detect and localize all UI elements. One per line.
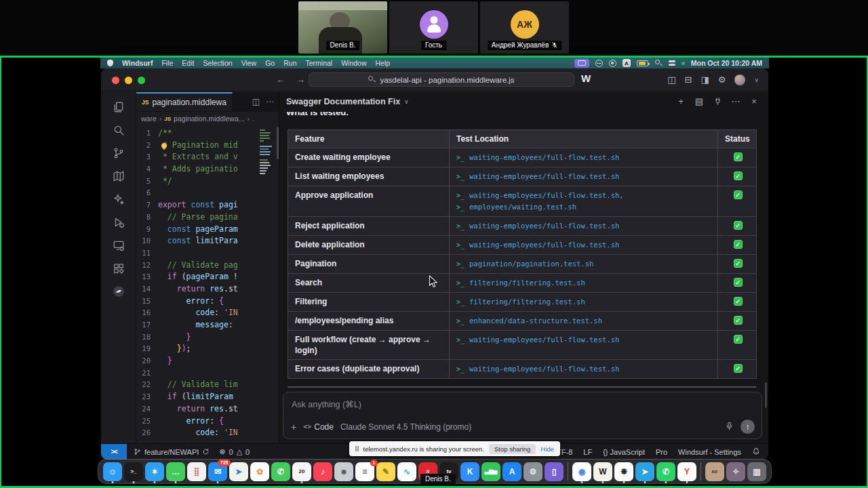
dock-photo-preview[interactable]: ✧ <box>726 462 745 481</box>
test-location-line[interactable]: >_employees/waiting.test.sh <box>456 201 711 213</box>
test-location-line[interactable]: >_waiting-employees/full-flow.test.sh <box>456 171 711 182</box>
dock-whatsapp[interactable]: ✆ <box>656 462 675 481</box>
test-location-line[interactable]: >_waiting-employees/full-flow.test.sh <box>456 239 711 251</box>
menu-item-windsurf[interactable]: Windsurf <box>122 59 153 67</box>
status-item-pro[interactable]: Pro <box>656 448 667 456</box>
dock-notes[interactable]: ✎ <box>376 462 395 481</box>
status-item-lf[interactable]: LF <box>583 448 592 456</box>
dock-yandex-browser[interactable]: Y <box>677 462 696 481</box>
search-icon[interactable] <box>113 124 125 136</box>
account-icon[interactable] <box>609 60 616 67</box>
account-avatar[interactable] <box>734 75 745 85</box>
remote-indicator[interactable]: >< <box>101 444 127 460</box>
test-location-line[interactable]: >_waiting-employees/full-flow.test.sh <box>456 152 711 163</box>
dock-safari[interactable]: ✶ <box>145 462 164 481</box>
dock-music[interactable]: ♪ <box>313 462 332 481</box>
status-item-windsurf-settings[interactable]: Windsurf - Settings <box>678 448 741 456</box>
maximize-window-button[interactable] <box>138 77 145 84</box>
command-center-search[interactable]: yasdelal-api - pagination.middleware.js <box>309 73 574 87</box>
split-rows-icon[interactable]: ⊟ <box>685 75 692 85</box>
mode-selector[interactable]: <> Code <box>303 422 334 432</box>
menu-item-go[interactable]: Go <box>265 59 275 67</box>
problems-item[interactable]: ⊗ 0 △ 0 <box>219 447 250 456</box>
code-editor[interactable]: 1/**2 * Pagination mid3 * Extracts and v… <box>136 125 279 443</box>
dock-purple-device-app[interactable]: ▯ <box>545 462 564 481</box>
dock-trash[interactable]: ▥ <box>747 462 766 481</box>
close-icon[interactable]: × <box>749 97 759 106</box>
dock-mail[interactable]: ✉735 <box>208 462 227 481</box>
participant-tile[interactable]: Гость <box>389 1 478 54</box>
hide-link[interactable]: Hide <box>540 445 554 453</box>
dock-reminders[interactable]: ≡1 <box>355 462 374 481</box>
test-location-line[interactable]: >_waiting-employees/full-flow.test.sh <box>456 363 711 375</box>
test-location-line[interactable]: >_filtering/filtering.test.sh <box>456 296 711 308</box>
test-location-line[interactable]: >_waiting-employees/full-flow.test.sh, <box>456 190 711 201</box>
clipboard-icon[interactable]: ▤ <box>694 97 704 106</box>
model-selector[interactable]: Claude Sonnet 4.5 Thinking (promo) <box>340 422 471 432</box>
split-editor-icon[interactable]: ◫ <box>252 97 260 106</box>
control-center-icon[interactable] <box>669 60 675 66</box>
minimap[interactable] <box>258 128 277 188</box>
menu-item-file[interactable]: File <box>161 59 173 67</box>
dock-maps[interactable]: ➤ <box>229 462 248 481</box>
test-location-line[interactable]: >_pagination/pagination.test.sh <box>456 258 711 270</box>
menu-item-selection[interactable]: Selection <box>203 59 232 67</box>
dock-stocks-bars[interactable]: ▃▆▅ <box>481 462 500 481</box>
dock-dictionary-ae[interactable]: ae <box>705 462 724 481</box>
dock-freeform[interactable]: ∿ <box>397 462 416 481</box>
tab-pagination-middleware[interactable]: JS pagination.middlewa <box>136 92 233 111</box>
menu-item-window[interactable]: Window <box>341 59 366 67</box>
dock-terminal[interactable]: >_ <box>124 462 143 481</box>
menu-item-help[interactable]: Help <box>376 59 391 67</box>
lightbulb-icon[interactable] <box>161 143 167 148</box>
dock-windsurf[interactable]: W <box>593 462 612 481</box>
git-branch-item[interactable]: feature/NEWAPI <box>134 448 210 456</box>
settings-gear-icon[interactable]: ⚙ <box>718 75 726 85</box>
bell-icon[interactable] <box>752 447 760 457</box>
explorer-icon[interactable] <box>113 101 125 113</box>
dock-chatgpt[interactable]: ❋ <box>614 462 633 481</box>
menu-item-view[interactable]: View <box>241 59 257 67</box>
apple-menu-icon[interactable] <box>107 60 113 66</box>
dock-telegram[interactable]: ➤ <box>635 462 654 481</box>
dock-facetime[interactable]: ✆ <box>271 462 290 481</box>
ask-anything-input[interactable]: Ask anything (⌘L) + <> Code Claude Sonne… <box>283 392 762 439</box>
spotlight-search-icon[interactable] <box>654 59 663 67</box>
more-actions-icon[interactable]: ⋯ <box>266 97 274 106</box>
extensions-icon[interactable] <box>113 262 125 274</box>
dock-calendar[interactable]: 20 <box>292 462 311 481</box>
more-icon[interactable]: ⋯ <box>731 97 741 106</box>
remote-map-icon[interactable] <box>113 170 125 182</box>
status-item--javascript[interactable]: {} JavaScript <box>603 448 645 456</box>
globe-icon[interactable] <box>595 60 603 67</box>
windsurf-mascot-icon[interactable] <box>113 285 125 298</box>
battery-icon[interactable] <box>637 60 648 66</box>
dock-chrome[interactable]: ◉ <box>572 462 591 481</box>
chevron-down-icon[interactable]: ∨ <box>404 98 409 105</box>
add-context-button[interactable]: + <box>291 422 296 432</box>
dock-photos[interactable]: ✿ <box>250 462 269 481</box>
test-location-line[interactable]: >_waiting-employees/full-flow.test.sh <box>456 220 711 232</box>
send-button[interactable]: ↑ <box>741 420 755 434</box>
test-location-line[interactable]: >_filtering/filtering.test.sh <box>456 277 711 289</box>
dock-messages[interactable]: … <box>166 462 185 481</box>
forward-icon[interactable]: → <box>296 75 305 85</box>
split-columns-icon[interactable]: ◫ <box>667 75 675 85</box>
back-icon[interactable]: ← <box>276 75 285 85</box>
remote-window-icon[interactable] <box>113 239 125 251</box>
test-location-line[interactable]: >_enhanced/data-structure.test.sh <box>456 315 711 327</box>
screen-share-indicator-icon[interactable] <box>574 59 589 68</box>
dock-launchpad[interactable]: ⣿ <box>187 462 206 481</box>
panel-scrollbar[interactable] <box>765 382 767 408</box>
minimize-window-button[interactable] <box>125 77 132 84</box>
menu-item-edit[interactable]: Edit <box>182 59 194 67</box>
menu-item-run[interactable]: Run <box>283 59 296 67</box>
breadcrumb[interactable]: ware › JS pagination.middlewa... › . <box>136 112 279 125</box>
dock-app-store[interactable]: A <box>502 462 521 481</box>
close-window-button[interactable] <box>112 77 119 84</box>
plug-icon[interactable] <box>713 97 722 106</box>
microphone-icon[interactable] <box>725 422 734 432</box>
source-control-icon[interactable] <box>113 147 125 159</box>
plus-icon[interactable]: + <box>676 97 686 106</box>
participant-tile[interactable]: Denis B. <box>298 1 387 54</box>
